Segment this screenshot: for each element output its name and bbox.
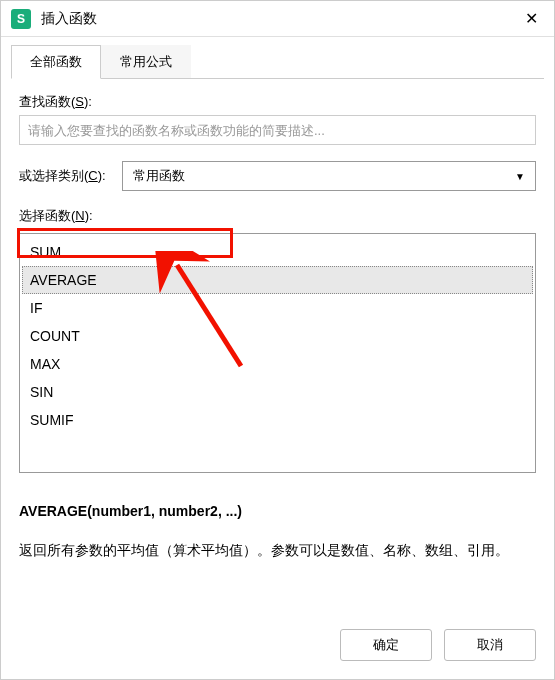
category-label: 或选择类别(C): xyxy=(19,167,106,185)
tab-common-formulas[interactable]: 常用公式 xyxy=(101,45,191,79)
list-item[interactable]: COUNT xyxy=(22,322,533,350)
search-label: 查找函数(S): xyxy=(19,93,536,111)
chevron-down-icon: ▼ xyxy=(515,171,525,182)
titlebar: S 插入函数 ✕ xyxy=(1,1,554,37)
list-item[interactable]: AVERAGE xyxy=(22,266,533,294)
function-description: 返回所有参数的平均值（算术平均值）。参数可以是数值、名称、数组、引用。 xyxy=(19,537,536,564)
list-item[interactable]: IF xyxy=(22,294,533,322)
category-select[interactable]: 常用函数 ▼ xyxy=(122,161,536,191)
cancel-button[interactable]: 取消 xyxy=(444,629,536,661)
category-row: 或选择类别(C): 常用函数 ▼ xyxy=(19,161,536,191)
function-list[interactable]: SUMAVERAGEIFCOUNTMAXSINSUMIF xyxy=(19,233,536,473)
dialog-body: 查找函数(S): 或选择类别(C): 常用函数 ▼ 选择函数(N): SUMAV… xyxy=(1,79,554,613)
function-signature: AVERAGE(number1, number2, ...) xyxy=(19,503,536,519)
list-item[interactable]: MAX xyxy=(22,350,533,378)
ok-button[interactable]: 确定 xyxy=(340,629,432,661)
tab-bar: 全部函数 常用公式 xyxy=(11,45,544,79)
close-icon: ✕ xyxy=(525,9,538,28)
description-section: AVERAGE(number1, number2, ...) 返回所有参数的平均… xyxy=(19,503,536,564)
list-item[interactable]: SUM xyxy=(22,238,533,266)
list-item[interactable]: SUMIF xyxy=(22,406,533,434)
select-function-label: 选择函数(N): xyxy=(19,207,536,225)
app-icon: S xyxy=(11,9,31,29)
category-selected-value: 常用函数 xyxy=(133,167,185,185)
dialog-footer: 确定 取消 xyxy=(1,613,554,679)
dialog-title: 插入函数 xyxy=(41,10,516,28)
insert-function-dialog: S 插入函数 ✕ 全部函数 常用公式 查找函数(S): 或选择类别(C): 常用… xyxy=(0,0,555,680)
close-button[interactable]: ✕ xyxy=(516,4,546,34)
list-item[interactable]: SIN xyxy=(22,378,533,406)
app-icon-letter: S xyxy=(17,12,25,26)
tab-all-functions[interactable]: 全部函数 xyxy=(11,45,101,79)
search-input[interactable] xyxy=(19,115,536,145)
